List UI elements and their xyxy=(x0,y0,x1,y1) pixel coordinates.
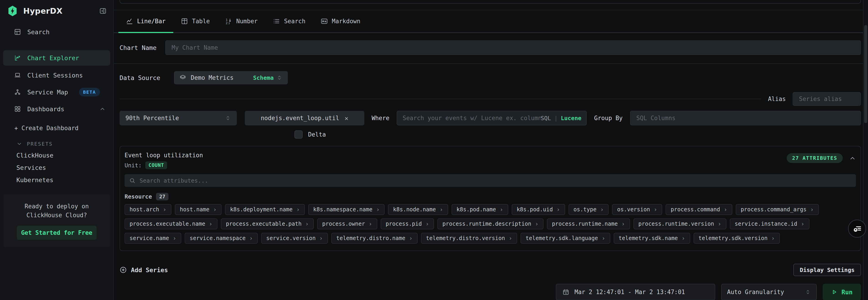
chevron-right-icon: › xyxy=(425,220,429,227)
attribute-chip-label: telemetry.distro.version xyxy=(426,235,505,241)
attribute-chip[interactable]: service.version › xyxy=(261,233,328,244)
search-board-icon xyxy=(14,28,21,35)
add-series-button[interactable]: Add Series xyxy=(120,266,168,274)
create-dashboard-button[interactable]: + Create Dashboard xyxy=(0,122,114,134)
chart-name-input[interactable] xyxy=(165,40,861,55)
sidebar-item-search[interactable]: Search xyxy=(3,25,110,39)
tab-search[interactable]: Search xyxy=(265,10,313,33)
attribute-chip[interactable]: os.type › xyxy=(568,204,609,215)
attribute-chip-label: process.command_args xyxy=(741,206,807,213)
metric-attributes-panel: Event loop utilization Unit: COUNT 27 AT… xyxy=(120,146,861,251)
attribute-chip-label: k8s.namespace.name xyxy=(313,206,373,213)
metric-field-chip[interactable]: nodejs.event_loop.util ✕ xyxy=(245,111,364,126)
granularity-select[interactable]: Auto Granularity xyxy=(721,284,817,300)
attribute-search-input[interactable] xyxy=(140,178,851,184)
attribute-chip-label: process.command xyxy=(671,206,720,213)
attribute-chip[interactable]: process.owner › xyxy=(317,218,377,229)
chevron-right-icon: › xyxy=(724,206,727,213)
sidebar-item-dashboards[interactable]: Dashboards xyxy=(3,102,110,116)
attribute-chip[interactable]: process.command › xyxy=(665,204,732,215)
attribute-chip[interactable]: telemetry.sdk.version › xyxy=(693,233,780,244)
unit-value-badge: COUNT xyxy=(145,161,167,169)
tab-table[interactable]: Table xyxy=(173,10,217,33)
data-source-select[interactable]: Demo Metrics Schema xyxy=(174,71,288,84)
attribute-chip[interactable]: k8s.deployment.name › xyxy=(225,204,305,215)
attribute-chip[interactable]: process.executable.path › xyxy=(221,218,314,229)
vertical-scrollbar[interactable] xyxy=(863,0,868,300)
attribute-chip[interactable]: k8s.node.name › xyxy=(388,204,448,215)
attribute-chip[interactable]: process.command_args › xyxy=(736,204,819,215)
attribute-chip-label: telemetry.sdk.language xyxy=(526,235,598,241)
attribute-chip[interactable]: host.name › xyxy=(175,204,222,215)
attribute-chip[interactable]: process.executable.name › xyxy=(125,218,217,229)
sidebar-item-service-map[interactable]: Service Map BETA xyxy=(3,85,110,100)
scrollbar-thumb[interactable] xyxy=(864,25,867,123)
sidebar-item-chart-explorer[interactable]: Chart Explorer xyxy=(3,50,110,66)
preset-item-services[interactable]: Services xyxy=(0,161,114,174)
changelog-icon xyxy=(852,224,862,234)
lucene-language-button[interactable]: Lucene xyxy=(561,115,581,121)
chevron-right-icon: › xyxy=(621,220,625,227)
sidebar-collapse-button[interactable] xyxy=(99,7,106,15)
series-divider-line xyxy=(120,99,761,99)
attribute-chip[interactable]: process.runtime.version › xyxy=(633,218,726,229)
chevron-up-down-icon xyxy=(225,115,231,121)
tab-number[interactable]: 123 Number xyxy=(218,10,266,33)
attribute-chip[interactable]: os.version › xyxy=(612,204,662,215)
chevron-right-icon: › xyxy=(535,220,538,227)
changelog-widget-button[interactable] xyxy=(848,220,866,238)
schema-toggle[interactable]: Schema xyxy=(253,75,282,81)
series-alias-input[interactable] xyxy=(793,92,861,106)
display-settings-button[interactable]: Display Settings xyxy=(793,264,861,276)
attribute-chip[interactable]: process.pid › xyxy=(381,218,434,229)
panel-collapse-button[interactable] xyxy=(849,155,856,162)
where-search-input[interactable] xyxy=(403,115,540,121)
chevron-right-icon: › xyxy=(209,220,212,227)
attribute-chip[interactable]: k8s.pod.name › xyxy=(452,204,508,215)
sidebar-item-client-sessions[interactable]: Client Sessions xyxy=(3,68,110,83)
beta-badge: BETA xyxy=(79,88,100,97)
attribute-search-field xyxy=(125,174,856,187)
attribute-chip-label: process.executable.path xyxy=(226,221,302,227)
run-button[interactable]: Run xyxy=(823,284,861,300)
attribute-chip[interactable]: telemetry.sdk.name › xyxy=(614,233,690,244)
tab-line-bar[interactable]: Line/Bar xyxy=(118,10,173,33)
chevron-right-icon: › xyxy=(654,206,657,213)
resource-group-label: Resource xyxy=(125,193,152,200)
presets-section-toggle[interactable]: PRESETS xyxy=(0,139,114,149)
tab-markdown[interactable]: Markdown xyxy=(313,10,368,33)
attribute-chip[interactable]: telemetry.distro.version › xyxy=(421,233,517,244)
chevron-right-icon: › xyxy=(296,206,300,213)
attribute-chip[interactable]: telemetry.sdk.language › xyxy=(521,233,610,244)
chevron-right-icon: › xyxy=(213,206,217,213)
main-content: Line/Bar Table 123 Number Search Markdow… xyxy=(114,0,868,300)
attribute-chip[interactable]: process.runtime.name › xyxy=(547,218,630,229)
preset-item-kubernetes[interactable]: Kubernetes xyxy=(0,174,114,186)
attributes-count-badge: 27 ATTRIBUTES xyxy=(787,153,843,163)
chevron-right-icon: › xyxy=(509,235,512,242)
attribute-chip[interactable]: k8s.namespace.name › xyxy=(308,204,385,215)
close-icon[interactable]: ✕ xyxy=(345,115,348,122)
chevron-right-icon: › xyxy=(305,220,309,227)
get-started-button[interactable]: Get Started for Free xyxy=(17,226,97,240)
calendar-icon xyxy=(562,289,569,296)
attribute-chip[interactable]: process.runtime.description › xyxy=(437,218,544,229)
time-range-picker[interactable]: Mar 2 12:47:01 - Mar 2 13:47:01 xyxy=(556,284,715,300)
preset-item-clickhouse[interactable]: ClickHouse xyxy=(0,149,114,161)
attribute-chip[interactable]: telemetry.distro.name › xyxy=(331,233,417,244)
sql-language-button[interactable]: SQL xyxy=(541,115,551,121)
chart-type-tabs: Line/Bar Table 123 Number Search Markdow… xyxy=(114,10,863,33)
attribute-chip-label: telemetry.sdk.name xyxy=(619,235,678,241)
attribute-chip[interactable]: service.name › xyxy=(125,233,181,244)
svg-text:2: 2 xyxy=(226,21,227,25)
attribute-chip[interactable]: service.instance.id › xyxy=(730,218,809,229)
attribute-chip[interactable]: service.namespace › xyxy=(185,233,258,244)
attribute-chip-label: service.name xyxy=(130,235,169,241)
data-source-label: Data Source xyxy=(120,74,160,81)
delta-checkbox[interactable] xyxy=(294,130,303,139)
attribute-chip-label: host.name xyxy=(180,206,210,213)
group-by-input[interactable] xyxy=(630,111,861,126)
attribute-chip[interactable]: k8s.pod.uid › xyxy=(512,204,565,215)
attribute-chip[interactable]: host.arch › xyxy=(125,204,172,215)
aggregation-select[interactable]: 90th Percentile xyxy=(120,111,237,126)
